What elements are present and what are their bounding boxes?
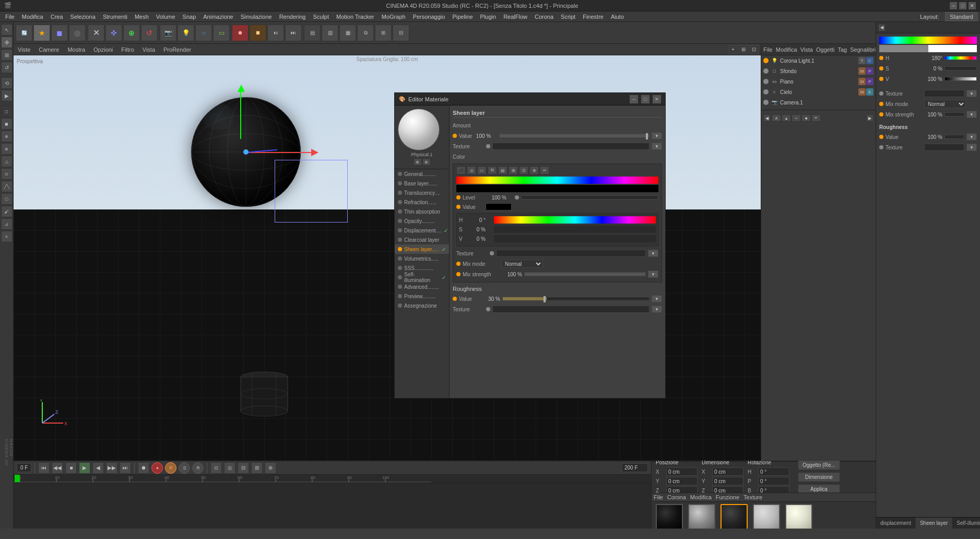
frp-s-slider[interactable] [944, 66, 977, 71]
rcol-btn1[interactable]: ◀ [763, 114, 771, 122]
mat-thumb-3[interactable]: Physical [721, 504, 748, 529]
frp-mix-str-btn[interactable]: ▼ [966, 111, 977, 118]
nav-self-illum[interactable]: Self-illumination ✓ [395, 273, 449, 282]
vp-prorender[interactable]: ProRender [161, 45, 193, 54]
obj-cielo[interactable]: ○ Cielo M E [761, 87, 876, 97]
tool-paint[interactable]: 🖌 [1, 206, 13, 217]
tool-obj3[interactable]: ⊕ [1, 131, 13, 142]
cp-btn-8[interactable]: ⊗ [529, 166, 539, 174]
rcol-btn4[interactable]: + [792, 114, 801, 122]
frp-rough-slider[interactable] [944, 135, 964, 139]
pos-y-input[interactable] [666, 477, 698, 485]
cp-btn-4[interactable]: ⧉ [488, 166, 497, 174]
tb-open[interactable]: ★ [33, 25, 50, 41]
tag-1[interactable]: T [858, 57, 866, 64]
rec-rot-btn[interactable]: R [192, 462, 204, 474]
rcol-btn5[interactable]: ■ [801, 114, 811, 122]
tag-cielo-1[interactable]: M [858, 88, 866, 96]
tb-fx5[interactable]: ⊞ [375, 25, 392, 41]
rec-auto-btn[interactable]: ● [151, 462, 163, 474]
frp-rough-tex-btn[interactable]: ▼ [966, 144, 977, 151]
frp-rough-tex-bar[interactable] [924, 144, 964, 151]
tb-r1[interactable]: ⏺ [232, 25, 249, 41]
nav-refraction[interactable]: Refraction...... [395, 197, 449, 207]
frp-tab-self-illum[interactable]: Self-illumination [952, 518, 980, 529]
vp-camere[interactable]: Camere [37, 45, 61, 54]
layout-value[interactable]: Standard [945, 12, 978, 21]
tool-scale[interactable]: ⊞ [1, 49, 13, 61]
rec-scale-btn[interactable]: S [179, 462, 190, 474]
menu-volume[interactable]: Volume [153, 13, 179, 21]
frp-h-slider[interactable] [944, 56, 977, 60]
vp-vista[interactable]: Vista [140, 45, 157, 54]
nav-translucency[interactable]: Translucency.... [395, 188, 449, 197]
tb-camera[interactable]: 📷 [160, 25, 176, 41]
tb-light[interactable]: 💡 [178, 25, 194, 41]
color-dark-bar[interactable] [456, 185, 658, 192]
tb-fx1[interactable]: ▤ [304, 25, 321, 41]
roughness-tex-bar[interactable] [492, 306, 650, 313]
oggetto-btn[interactable]: Oggetto (Re... [798, 460, 840, 470]
tool-obj7[interactable]: ╱╲ [1, 181, 13, 192]
tag-piano-2[interactable]: P [866, 78, 873, 85]
tool-obj6[interactable]: ⊙ [1, 168, 13, 180]
s-bar[interactable] [494, 226, 656, 233]
frp-v-slider[interactable] [944, 77, 977, 81]
mat-prev-btn1[interactable]: ⊕ [414, 158, 422, 166]
cp-btn-9[interactable]: ✏ [540, 166, 549, 174]
menu-rendering[interactable]: Rendering [276, 13, 309, 21]
tb-render-view[interactable]: ◎ [69, 25, 86, 41]
minimize-button[interactable]: ─ [950, 2, 957, 9]
nav-advanced[interactable]: Advanced........ [395, 282, 449, 291]
onion-btn[interactable]: ◎ [224, 462, 235, 474]
cp-btn-1[interactable]: ⬛ [456, 166, 466, 174]
menu-animazione[interactable]: Animazione [200, 13, 236, 21]
frp-spectrum[interactable] [879, 37, 977, 44]
tb-new[interactable]: 🔄 [16, 25, 32, 41]
tb-r2[interactable]: ⏹ [250, 25, 266, 41]
rcol-btn3[interactable]: ▲ [782, 114, 791, 122]
tool-obj8[interactable]: ⬡ [1, 193, 13, 205]
menu-finestre[interactable]: Finestre [580, 13, 607, 21]
menu-mograph[interactable]: MoGraph [379, 13, 409, 21]
frp-nav-left[interactable]: ◀ [878, 24, 885, 31]
menu-plugin[interactable]: Plugin [477, 13, 500, 21]
mat-editor-close[interactable]: ✕ [653, 95, 661, 103]
dim-x-input[interactable] [712, 467, 743, 476]
tb-undo[interactable]: ✕ [88, 25, 104, 41]
menu-simulazione[interactable]: Simulazione [238, 13, 275, 21]
nav-general[interactable]: General......... [395, 169, 449, 179]
tb-move[interactable]: ✜ [105, 25, 122, 41]
cp-btn-7[interactable]: ⊡ [519, 166, 528, 174]
obj-menu-file[interactable]: File [763, 46, 773, 53]
rot-h-input[interactable] [758, 467, 789, 476]
obj-menu-segnalibri[interactable]: Segnalibri [850, 46, 876, 53]
obj-menu-oggetti[interactable]: Oggetti [816, 46, 834, 53]
rec-pos-btn[interactable]: P [165, 462, 176, 474]
close-button[interactable]: ✕ [969, 2, 976, 9]
obj-menu-tag[interactable]: Tag [837, 46, 847, 53]
obj-menu-vista[interactable]: Vista [800, 46, 813, 53]
tool-obj4[interactable]: ⊗ [1, 143, 13, 155]
tb-rotate[interactable]: ↺ [141, 25, 158, 41]
key-all-btn[interactable]: ⊕ [265, 462, 276, 474]
vp-viste[interactable]: Viste [16, 45, 32, 54]
mat-thumb-1[interactable]: Physical [656, 504, 683, 529]
tool-obj2[interactable]: ◼ [1, 118, 13, 130]
tag-cielo-2[interactable]: E [866, 88, 873, 96]
vp-nav1[interactable]: + [728, 45, 738, 54]
menu-pipeline[interactable]: Pipeline [449, 13, 476, 21]
play-rev-btn[interactable]: ◀ [92, 462, 104, 474]
tb-fx3[interactable]: ▦ [339, 25, 356, 41]
tool-select[interactable]: ↖ [1, 24, 13, 36]
mat-editor-maximize[interactable]: □ [641, 95, 650, 103]
pos-x-input[interactable] [666, 467, 698, 476]
mat-thumb-4[interactable]: Shadow [753, 504, 780, 529]
stop-btn[interactable]: ■ [65, 462, 77, 474]
cp-btn-3[interactable]: ▭ [477, 166, 487, 174]
texture-bar[interactable] [492, 143, 650, 150]
menu-crea[interactable]: Crea [48, 13, 66, 21]
mat-bar-file[interactable]: File [654, 494, 663, 500]
tool-rotate[interactable]: ↺ [1, 62, 13, 73]
timing-btn[interactable]: ⊞ [251, 462, 263, 474]
